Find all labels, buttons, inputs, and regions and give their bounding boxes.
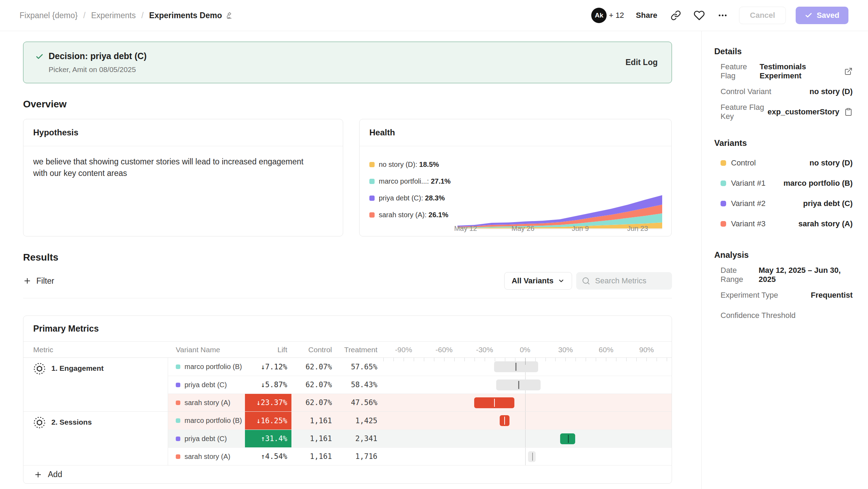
detail-value-text: no story (D) — [810, 87, 853, 96]
variant-slot-label: Variant #2 — [721, 199, 766, 208]
health-x-axis-labels: May 12May 26Jun 9Jun 23 — [457, 225, 662, 234]
metric-name: 2. Sessions — [51, 416, 92, 426]
ci-mean-tick — [518, 381, 519, 389]
microscope-icon — [225, 12, 233, 19]
control-value: 1,161 — [291, 452, 334, 461]
variant-label: marco portfolio (B) — [185, 363, 242, 371]
legend-label: marco portfoli...: 27.1% — [379, 177, 451, 185]
table-row[interactable]: marco portfolio (B)↓7.12%62.07%57.65% — [168, 358, 672, 376]
results-heading: Results — [23, 252, 672, 263]
variant-name-cell: sarah story (A) — [168, 399, 245, 407]
variant-name-cell: priya debt (C) — [168, 435, 245, 443]
favorite-button[interactable] — [692, 8, 706, 22]
ellipsis-icon — [717, 10, 728, 21]
zero-line — [525, 412, 526, 430]
table-row[interactable]: marco portfolio (B)↓16.25%1,1611,425 — [168, 412, 672, 430]
treatment-value: 57.65% — [334, 363, 379, 371]
primary-metrics-title: Primary Metrics — [23, 316, 672, 342]
axis-tick-label: -60% — [435, 346, 453, 354]
treatment-value: 1,425 — [334, 417, 379, 425]
axis-tick-label: -30% — [476, 346, 493, 354]
variant-slot-label: Variant #1 — [721, 179, 766, 188]
top-actions: Ak + 12 Share — [591, 7, 848, 24]
table-row[interactable]: priya debt (C)↑31.4%1,1612,341 — [168, 430, 672, 447]
add-filter-button[interactable]: Filter — [23, 276, 54, 286]
legend-value: 28.3% — [425, 194, 445, 202]
search-input[interactable] — [594, 276, 664, 286]
details-rows: Feature FlagTestimonials ExperimentContr… — [714, 61, 853, 122]
control-value: 62.07% — [291, 363, 334, 371]
check-icon — [805, 12, 812, 19]
breadcrumb-project[interactable]: Fixpanel {demo} — [20, 11, 78, 20]
breadcrumb-separator: / — [141, 11, 143, 20]
legend-label: sarah story (A): 26.1% — [379, 211, 448, 219]
lift-value: ↓7.12% — [245, 358, 291, 376]
analysis-value: May 12, 2025 – Jun 30, 2025 — [759, 266, 853, 284]
x-axis-label: Jun 23 — [627, 225, 648, 233]
primary-metrics-card: Primary Metrics Metric Variant Name Lift… — [23, 316, 672, 484]
detail-value-text: Testimonials Experiment — [760, 62, 839, 80]
breadcrumb-separator: / — [83, 11, 85, 20]
decision-banner: Decision: priya debt (C) Picker, Amit on… — [23, 42, 672, 83]
variant-value: marco portfolio (B) — [783, 179, 853, 188]
variant-slot-text: Control — [731, 158, 756, 168]
legend-item: sarah story (A): 26.1% — [369, 206, 457, 223]
table-row[interactable]: priya debt (C)↓5.87%62.07%58.43% — [168, 376, 672, 394]
control-value: 1,161 — [291, 417, 334, 425]
ci-axis-labels: -90%-60%-30%0%30%60%90% — [379, 342, 672, 357]
ci-mean-tick — [494, 399, 495, 407]
breadcrumb-current[interactable]: Experiments Demo — [149, 11, 233, 20]
axis-tick-label: 0% — [520, 346, 530, 354]
saved-button[interactable]: Saved — [796, 7, 848, 24]
variants-dropdown[interactable]: All Variants — [504, 272, 572, 290]
variant-color-swatch — [721, 221, 726, 227]
decision-subtitle: Picker, Amit on 08/05/2025 — [49, 65, 147, 74]
add-metric-button[interactable]: Add — [23, 465, 672, 483]
edit-log-button[interactable]: Edit Log — [623, 57, 660, 68]
copy-link-button[interactable] — [669, 9, 682, 22]
table-row[interactable]: sarah story (A)↑4.54%1,1611,716 — [168, 447, 672, 465]
metric-name: 1. Engagement — [51, 362, 103, 373]
variant-slot-label: Control — [721, 158, 756, 168]
heart-icon — [694, 10, 705, 21]
x-axis-label: May 26 — [512, 225, 535, 233]
table-body: 1. Engagementmarco portfolio (B)↓7.12%62… — [23, 358, 672, 465]
zero-line — [525, 430, 526, 447]
zero-line — [525, 394, 526, 411]
variant-value: no story (D) — [810, 158, 853, 168]
collaborator-avatars[interactable]: Ak + 12 — [591, 8, 624, 23]
variant-color-swatch — [721, 180, 726, 186]
table-row[interactable]: sarah story (A)↓23.37%62.07%47.56% — [168, 394, 672, 411]
goal-target-icon — [33, 362, 46, 375]
breadcrumb-experiments[interactable]: Experiments — [91, 11, 136, 20]
cancel-button[interactable]: Cancel — [739, 7, 786, 24]
treatment-value: 47.56% — [334, 398, 379, 407]
more-options-button[interactable] — [716, 9, 729, 22]
col-treatment: Treatment — [334, 346, 379, 354]
app-root: Fixpanel {demo} / Experiments / Experime… — [0, 0, 868, 489]
lift-value: ↑31.4% — [245, 430, 291, 447]
health-legend: no story (D): 18.5%marco portfoli...: 27… — [369, 151, 457, 234]
detail-value: exp_customerStory — [768, 107, 853, 116]
detail-label: Feature Flag — [721, 62, 760, 80]
zero-line — [525, 448, 526, 465]
clipboard-icon[interactable] — [844, 108, 853, 116]
lift-value: ↓23.37% — [245, 394, 291, 411]
variant-color-dot — [176, 364, 180, 369]
external-link-icon[interactable] — [844, 67, 853, 76]
chevron-down-icon — [558, 277, 565, 284]
metric-group: 2. Sessionsmarco portfolio (B)↓16.25%1,1… — [23, 411, 672, 465]
confidence-interval-cell — [379, 430, 672, 447]
share-button[interactable]: Share — [634, 10, 659, 20]
confidence-interval-cell — [379, 358, 672, 376]
variant-label: priya debt (C) — [185, 435, 227, 443]
metrics-search[interactable] — [576, 272, 672, 290]
analysis-label: Experiment Type — [721, 291, 778, 300]
legend-value: 27.1% — [431, 177, 451, 185]
health-title: Health — [360, 119, 671, 146]
analysis-value: Frequentist — [811, 291, 853, 300]
main-content: Decision: priya debt (C) Picker, Amit on… — [0, 31, 701, 489]
axis-tick-label: 90% — [639, 346, 654, 354]
breadcrumb: Fixpanel {demo} / Experiments / Experime… — [20, 11, 233, 20]
confidence-interval-cell — [379, 448, 672, 465]
